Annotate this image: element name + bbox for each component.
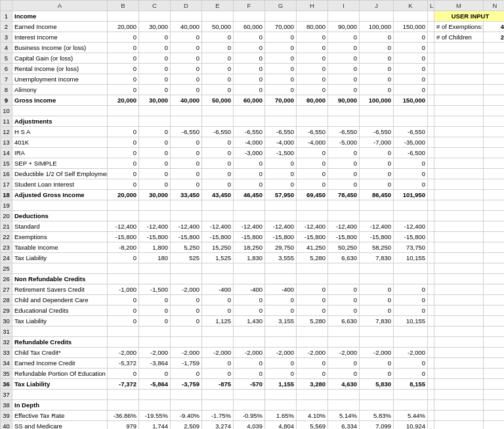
cell (234, 337, 265, 348)
cell: 20,000 (108, 190, 139, 200)
cell (265, 200, 297, 211)
cell: 0 (202, 305, 234, 316)
cell: 0 (328, 74, 360, 85)
cell (108, 211, 139, 221)
table-row: 39Effective Tax Rate-36.86%-19.55%-9.40%… (1, 411, 505, 421)
table-row: 15SEP + SIMPLE0000000000 (1, 158, 505, 169)
cell (484, 295, 505, 305)
cell: 0 (234, 179, 265, 190)
cell: 6,334 (328, 421, 360, 430)
cell: Earned Income Credit (12, 358, 108, 369)
cell: 1,830 (234, 253, 265, 263)
cell (297, 11, 328, 22)
cell (484, 390, 505, 400)
cell: 0 (394, 53, 428, 64)
cell: 0 (234, 295, 265, 305)
cell: 0 (394, 305, 428, 316)
table-row: 11Adjustments (1, 116, 505, 127)
cell (428, 337, 434, 348)
cell: 0 (328, 179, 360, 190)
cell: 0 (360, 369, 394, 379)
cell: 18 (1, 190, 12, 200)
cell: 5,280 (297, 253, 328, 263)
cell (484, 137, 505, 148)
cell (202, 390, 234, 400)
cell (171, 390, 202, 400)
cell: 50,000 (202, 22, 234, 32)
cell (484, 53, 505, 64)
table-row: 2Earned Income20,00030,00040,00050,00060… (1, 22, 505, 32)
cell: Unemployment Income (12, 74, 108, 85)
cell: 0 (328, 284, 360, 295)
cell: 0 (297, 179, 328, 190)
cell: 90,000 (328, 95, 360, 106)
cell (202, 400, 234, 411)
cell: 30 (1, 316, 12, 327)
table-row: 8Alimony0000000000 (1, 85, 505, 95)
table-row: 23Taxable Income-8,2001,8005,25015,25018… (1, 242, 505, 253)
col-header-a: A (12, 1, 108, 11)
cell: 0 (171, 169, 202, 179)
cell (428, 106, 434, 116)
cell: -35,000 (394, 137, 428, 148)
cell (202, 263, 234, 274)
cell (328, 116, 360, 127)
cell (202, 11, 234, 22)
cell: 10,155 (394, 253, 428, 263)
cell: 0 (171, 179, 202, 190)
cell: Alimony (12, 85, 108, 95)
cell: 40,000 (171, 95, 202, 106)
cell: Student Loan Interest (12, 179, 108, 190)
cell (484, 106, 505, 116)
cell: Effective Tax Rate (12, 411, 108, 421)
cell (265, 116, 297, 127)
cell (484, 242, 505, 253)
table-row: 25 (1, 263, 505, 274)
table-row: 20Deductions (1, 211, 505, 221)
cell: 0 (265, 32, 297, 43)
cell (171, 263, 202, 274)
cell: 24 (1, 253, 12, 263)
cell: 0 (394, 284, 428, 295)
cell: 1,744 (139, 421, 171, 430)
cell: -7,000 (360, 137, 394, 148)
cell (428, 221, 434, 232)
cell: Gross Income (12, 95, 108, 106)
table-row: 19 (1, 200, 505, 211)
cell (434, 127, 484, 137)
cell: 0 (394, 369, 428, 379)
cell: -2,000 (297, 348, 328, 358)
cell: 0 (171, 316, 202, 327)
cell: 34 (1, 358, 12, 369)
cell: 78,450 (328, 190, 360, 200)
cell: 0 (265, 53, 297, 64)
cell: 0 (328, 148, 360, 158)
cell: Retirement Savers Credit (12, 284, 108, 295)
cell: 30,000 (139, 190, 171, 200)
table-row: 16Deductible 1/2 Of Self Employment Tax0… (1, 169, 505, 179)
cell: 0 (297, 305, 328, 316)
cell (484, 284, 505, 295)
cell (428, 22, 434, 32)
cell: -6,500 (394, 148, 428, 158)
cell: 0 (139, 148, 171, 158)
cell: 0 (297, 53, 328, 64)
cell (434, 284, 484, 295)
cell (434, 411, 484, 421)
cell: 0 (297, 169, 328, 179)
cell (328, 200, 360, 211)
cell (360, 327, 394, 337)
cell: 0 (265, 74, 297, 85)
cell: 5,569 (297, 421, 328, 430)
cell (139, 200, 171, 211)
cell: 0 (265, 43, 297, 53)
cell: -12,400 (108, 221, 139, 232)
cell: -5,372 (108, 358, 139, 369)
cell (234, 390, 265, 400)
cell: 3 (1, 32, 12, 43)
cell (484, 316, 505, 327)
cell (394, 327, 428, 337)
cell: 0 (394, 158, 428, 169)
cell: 3,155 (265, 316, 297, 327)
cell: SS and Medicare (12, 421, 108, 430)
